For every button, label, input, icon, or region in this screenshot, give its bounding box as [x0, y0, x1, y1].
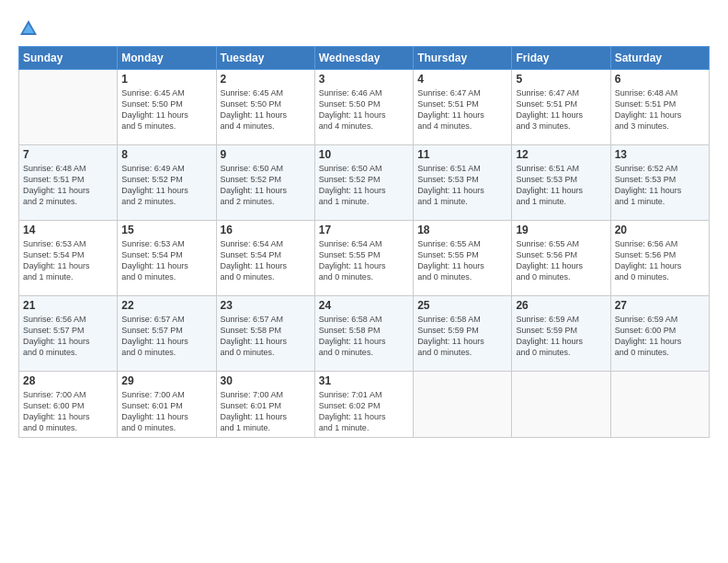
- day-info: Sunrise: 6:59 AM Sunset: 5:59 PM Dayligh…: [516, 314, 606, 359]
- week-row-4: 21Sunrise: 6:56 AM Sunset: 5:57 PM Dayli…: [19, 296, 710, 372]
- day-number: 15: [121, 224, 211, 236]
- day-number: 12: [516, 148, 606, 161]
- day-number: 22: [121, 299, 211, 312]
- calendar-cell: 3Sunrise: 6:46 AM Sunset: 5:50 PM Daylig…: [314, 70, 413, 145]
- day-number: 19: [516, 224, 606, 236]
- calendar-cell: 17Sunrise: 6:54 AM Sunset: 5:55 PM Dayli…: [314, 221, 413, 296]
- week-row-2: 7Sunrise: 6:48 AM Sunset: 5:51 PM Daylig…: [19, 145, 710, 221]
- day-number: 29: [121, 374, 211, 387]
- day-number: 25: [417, 299, 507, 312]
- day-info: Sunrise: 6:47 AM Sunset: 5:51 PM Dayligh…: [516, 87, 606, 132]
- calendar-cell: 23Sunrise: 6:57 AM Sunset: 5:58 PM Dayli…: [216, 296, 314, 372]
- day-info: Sunrise: 6:59 AM Sunset: 6:00 PM Dayligh…: [615, 314, 705, 359]
- day-number: 31: [319, 374, 409, 387]
- calendar-cell: [19, 70, 118, 145]
- logo-icon: [18, 18, 39, 39]
- day-number: 16: [221, 224, 311, 236]
- calendar-cell: [414, 372, 512, 438]
- calendar-cell: 2Sunrise: 6:45 AM Sunset: 5:50 PM Daylig…: [216, 70, 314, 145]
- day-number: 6: [615, 73, 705, 86]
- weekday-header-saturday: Saturday: [610, 47, 709, 70]
- day-info: Sunrise: 6:48 AM Sunset: 5:51 PM Dayligh…: [615, 87, 705, 132]
- calendar-cell: 18Sunrise: 6:55 AM Sunset: 5:55 PM Dayli…: [414, 221, 512, 296]
- calendar-cell: 1Sunrise: 6:45 AM Sunset: 5:50 PM Daylig…: [118, 70, 216, 145]
- calendar-cell: 8Sunrise: 6:49 AM Sunset: 5:52 PM Daylig…: [118, 145, 216, 221]
- day-info: Sunrise: 6:47 AM Sunset: 5:51 PM Dayligh…: [417, 87, 507, 132]
- day-number: 20: [615, 224, 705, 236]
- week-row-3: 14Sunrise: 6:53 AM Sunset: 5:54 PM Dayli…: [19, 221, 710, 296]
- day-number: 11: [417, 148, 507, 161]
- day-info: Sunrise: 6:56 AM Sunset: 5:56 PM Dayligh…: [615, 238, 705, 283]
- logo: [18, 17, 40, 39]
- day-info: Sunrise: 6:50 AM Sunset: 5:52 PM Dayligh…: [319, 163, 409, 208]
- calendar-cell: 6Sunrise: 6:48 AM Sunset: 5:51 PM Daylig…: [610, 70, 709, 145]
- day-info: Sunrise: 6:45 AM Sunset: 5:50 PM Dayligh…: [121, 87, 211, 132]
- weekday-header-wednesday: Wednesday: [314, 47, 413, 70]
- day-info: Sunrise: 6:46 AM Sunset: 5:50 PM Dayligh…: [319, 87, 409, 132]
- day-info: Sunrise: 6:55 AM Sunset: 5:55 PM Dayligh…: [417, 238, 507, 283]
- day-number: 21: [23, 299, 113, 312]
- calendar-cell: 24Sunrise: 6:58 AM Sunset: 5:58 PM Dayli…: [314, 296, 413, 372]
- weekday-row: SundayMondayTuesdayWednesdayThursdayFrid…: [19, 47, 710, 70]
- day-number: 14: [23, 224, 113, 236]
- day-info: Sunrise: 7:00 AM Sunset: 6:01 PM Dayligh…: [221, 389, 311, 434]
- day-number: 8: [121, 148, 211, 161]
- calendar-cell: 20Sunrise: 6:56 AM Sunset: 5:56 PM Dayli…: [610, 221, 709, 296]
- calendar-cell: 22Sunrise: 6:57 AM Sunset: 5:57 PM Dayli…: [118, 296, 216, 372]
- day-number: 26: [516, 299, 606, 312]
- day-number: 3: [319, 73, 409, 86]
- day-info: Sunrise: 6:51 AM Sunset: 5:53 PM Dayligh…: [417, 163, 507, 208]
- day-number: 18: [417, 224, 507, 236]
- calendar-cell: 16Sunrise: 6:54 AM Sunset: 5:54 PM Dayli…: [216, 221, 314, 296]
- weekday-header-tuesday: Tuesday: [216, 47, 314, 70]
- day-number: 24: [319, 299, 409, 312]
- calendar-cell: 27Sunrise: 6:59 AM Sunset: 6:00 PM Dayli…: [610, 296, 709, 372]
- day-info: Sunrise: 6:51 AM Sunset: 5:53 PM Dayligh…: [516, 163, 606, 208]
- calendar-body: 1Sunrise: 6:45 AM Sunset: 5:50 PM Daylig…: [19, 70, 710, 438]
- day-number: 27: [615, 299, 705, 312]
- day-info: Sunrise: 6:53 AM Sunset: 5:54 PM Dayligh…: [23, 238, 113, 283]
- page: SundayMondayTuesdayWednesdayThursdayFrid…: [0, 0, 728, 563]
- day-info: Sunrise: 6:56 AM Sunset: 5:57 PM Dayligh…: [23, 314, 113, 359]
- calendar-cell: 5Sunrise: 6:47 AM Sunset: 5:51 PM Daylig…: [512, 70, 610, 145]
- day-info: Sunrise: 6:48 AM Sunset: 5:51 PM Dayligh…: [23, 163, 113, 208]
- day-info: Sunrise: 7:01 AM Sunset: 6:02 PM Dayligh…: [319, 389, 409, 434]
- calendar-cell: [512, 372, 610, 438]
- day-info: Sunrise: 6:50 AM Sunset: 5:52 PM Dayligh…: [221, 163, 311, 208]
- calendar-cell: 31Sunrise: 7:01 AM Sunset: 6:02 PM Dayli…: [314, 372, 413, 438]
- weekday-header-thursday: Thursday: [414, 47, 512, 70]
- day-number: 4: [417, 73, 507, 86]
- day-number: 7: [23, 148, 113, 161]
- week-row-1: 1Sunrise: 6:45 AM Sunset: 5:50 PM Daylig…: [19, 70, 710, 145]
- calendar-cell: 12Sunrise: 6:51 AM Sunset: 5:53 PM Dayli…: [512, 145, 610, 221]
- weekday-header-sunday: Sunday: [19, 47, 118, 70]
- day-info: Sunrise: 6:57 AM Sunset: 5:58 PM Dayligh…: [221, 314, 311, 359]
- day-info: Sunrise: 6:54 AM Sunset: 5:54 PM Dayligh…: [221, 238, 311, 283]
- day-info: Sunrise: 7:00 AM Sunset: 6:01 PM Dayligh…: [121, 389, 211, 434]
- calendar-cell: 28Sunrise: 7:00 AM Sunset: 6:00 PM Dayli…: [19, 372, 118, 438]
- day-number: 28: [23, 374, 113, 387]
- calendar-cell: 10Sunrise: 6:50 AM Sunset: 5:52 PM Dayli…: [314, 145, 413, 221]
- day-info: Sunrise: 6:53 AM Sunset: 5:54 PM Dayligh…: [121, 238, 211, 283]
- weekday-header-friday: Friday: [512, 47, 610, 70]
- day-info: Sunrise: 6:54 AM Sunset: 5:55 PM Dayligh…: [319, 238, 409, 283]
- day-number: 10: [319, 148, 409, 161]
- calendar-cell: 29Sunrise: 7:00 AM Sunset: 6:01 PM Dayli…: [118, 372, 216, 438]
- day-info: Sunrise: 6:52 AM Sunset: 5:53 PM Dayligh…: [615, 163, 705, 208]
- calendar-cell: 25Sunrise: 6:58 AM Sunset: 5:59 PM Dayli…: [414, 296, 512, 372]
- day-info: Sunrise: 6:49 AM Sunset: 5:52 PM Dayligh…: [121, 163, 211, 208]
- calendar: SundayMondayTuesdayWednesdayThursdayFrid…: [18, 46, 710, 438]
- calendar-cell: 14Sunrise: 6:53 AM Sunset: 5:54 PM Dayli…: [19, 221, 118, 296]
- day-number: 5: [516, 73, 606, 86]
- day-number: 30: [221, 374, 311, 387]
- day-info: Sunrise: 6:55 AM Sunset: 5:56 PM Dayligh…: [516, 238, 606, 283]
- calendar-cell: 13Sunrise: 6:52 AM Sunset: 5:53 PM Dayli…: [610, 145, 709, 221]
- header: [18, 17, 710, 39]
- day-number: 13: [615, 148, 705, 161]
- calendar-cell: 7Sunrise: 6:48 AM Sunset: 5:51 PM Daylig…: [19, 145, 118, 221]
- weekday-header-monday: Monday: [118, 47, 216, 70]
- calendar-cell: 4Sunrise: 6:47 AM Sunset: 5:51 PM Daylig…: [414, 70, 512, 145]
- calendar-cell: 15Sunrise: 6:53 AM Sunset: 5:54 PM Dayli…: [118, 221, 216, 296]
- day-number: 17: [319, 224, 409, 236]
- day-info: Sunrise: 6:58 AM Sunset: 5:58 PM Dayligh…: [319, 314, 409, 359]
